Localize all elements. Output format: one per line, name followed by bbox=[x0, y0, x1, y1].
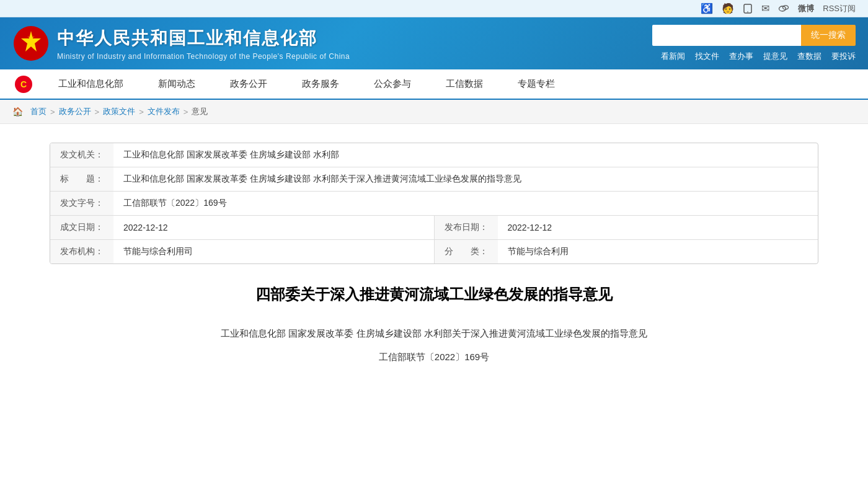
quick-link-查办事[interactable]: 查办事 bbox=[729, 51, 753, 62]
number-value: 工信部联节〔2022〕169号 bbox=[113, 192, 818, 215]
header-search-area: 统一搜索 看新闻找文件查办事提意见查数据要投诉 bbox=[652, 25, 856, 62]
doc-main-title: 四部委关于深入推进黄河流域工业绿色发展的指导意见 bbox=[50, 283, 818, 306]
logo-text: 中华人民共和国工业和信息化部 Ministry of Industry and … bbox=[57, 27, 350, 61]
nav-item-工信数据[interactable]: 工信数据 bbox=[428, 69, 500, 99]
quick-link-找文件[interactable]: 找文件 bbox=[695, 51, 719, 62]
nav-items: 工业和信息化部新闻动态政务公开政务服务公众参与工信数据专题专栏 bbox=[41, 69, 856, 99]
main-navbar: C 工业和信息化部新闻动态政务公开政务服务公众参与工信数据专题专栏 bbox=[0, 69, 868, 100]
breadcrumb-sep-2: > bbox=[95, 107, 100, 117]
mail-icon[interactable]: ✉ bbox=[761, 2, 769, 14]
issuer-value: 工业和信息化部 国家发展改革委 住房城乡建设部 水利部 bbox=[113, 143, 818, 167]
doc-info-row-publisher: 发布机构： 节能与综合利用司 分 类： 节能与综合利用 bbox=[50, 240, 818, 263]
publisher-value: 节能与综合利用司 bbox=[113, 240, 434, 263]
published-value: 2022-12-12 bbox=[498, 216, 818, 239]
rss-label[interactable]: RSS订阅 bbox=[823, 3, 856, 14]
doc-subtitle: 工业和信息化部 国家发展改革委 住房城乡建设部 水利部关于深入推进黄河流域工业绿… bbox=[50, 325, 818, 342]
category-label: 分 类： bbox=[435, 240, 498, 263]
nav-item-新闻动态[interactable]: 新闻动态 bbox=[141, 69, 213, 99]
breadcrumb-sep-4: > bbox=[184, 107, 188, 117]
doc-info-table: 发文机关： 工业和信息化部 国家发展改革委 住房城乡建设部 水利部 标 题： 工… bbox=[50, 143, 818, 264]
accessibility-icon[interactable]: ♿ bbox=[701, 2, 713, 14]
doc-info-row-issuer: 发文机关： 工业和信息化部 国家发展改革委 住房城乡建设部 水利部 bbox=[50, 143, 818, 167]
breadcrumb-sep-1: > bbox=[50, 107, 55, 117]
svg-point-1 bbox=[747, 11, 748, 12]
breadcrumb-link-1[interactable]: 政务公开 bbox=[59, 106, 91, 117]
nav-item-公众参与[interactable]: 公众参与 bbox=[356, 69, 428, 99]
site-sub-title: Ministry of Industry and Information Tec… bbox=[57, 52, 350, 61]
home-icon[interactable]: 🏠 bbox=[12, 107, 23, 117]
breadcrumb-current: 意见 bbox=[192, 106, 208, 117]
nav-item-政务公开[interactable]: 政务公开 bbox=[213, 69, 285, 99]
breadcrumb-link-2[interactable]: 政策文件 bbox=[103, 106, 135, 117]
doc-info-publisher: 发布机构： 节能与综合利用司 bbox=[50, 240, 434, 263]
quick-link-查数据[interactable]: 查数据 bbox=[797, 51, 822, 62]
site-main-title: 中华人民共和国工业和信息化部 bbox=[57, 27, 350, 50]
site-logo: 中华人民共和国工业和信息化部 Ministry of Industry and … bbox=[12, 25, 350, 62]
doc-info-row-number: 发文字号： 工信部联节〔2022〕169号 bbox=[50, 192, 818, 216]
breadcrumb-sep-3: > bbox=[139, 107, 144, 117]
breadcrumb-link-3[interactable]: 文件发布 bbox=[148, 106, 180, 117]
breadcrumb: 🏠 首页 > 政务公开 > 政策文件 > 文件发布 > 意见 bbox=[0, 100, 868, 124]
number-label: 发文字号： bbox=[50, 192, 113, 215]
top-utility-bar: ♿ 🧑 ✉ 微博 RSS订阅 bbox=[0, 0, 868, 17]
breadcrumb-home-link[interactable]: 首页 bbox=[30, 106, 46, 117]
doc-info-row-dates: 成文日期： 2022-12-12 发布日期： 2022-12-12 bbox=[50, 216, 818, 240]
wechat-icon[interactable] bbox=[778, 3, 789, 14]
main-content: 发文机关： 工业和信息化部 国家发展改革委 住房城乡建设部 水利部 标 题： 工… bbox=[0, 124, 868, 400]
search-input[interactable] bbox=[652, 25, 801, 46]
published-label: 发布日期： bbox=[435, 216, 498, 239]
emblem-icon bbox=[12, 25, 50, 62]
publisher-label: 发布机构： bbox=[50, 240, 113, 263]
created-label: 成文日期： bbox=[50, 216, 113, 239]
created-value: 2022-12-12 bbox=[113, 216, 434, 239]
doc-info-created: 成文日期： 2022-12-12 bbox=[50, 216, 434, 239]
quick-link-提意见[interactable]: 提意见 bbox=[763, 51, 787, 62]
tablet-icon[interactable] bbox=[743, 4, 753, 14]
doc-info-category: 分 类： 节能与综合利用 bbox=[435, 240, 818, 263]
quick-links: 看新闻找文件查办事提意见查数据要投诉 bbox=[661, 51, 856, 62]
title-label: 标 题： bbox=[50, 167, 113, 191]
title-value: 工业和信息化部 国家发展改革委 住房城乡建设部 水利部关于深入推进黄河流域工业绿… bbox=[113, 167, 818, 191]
nav-item-工业和信息化部[interactable]: 工业和信息化部 bbox=[41, 69, 141, 99]
doc-info-row-title: 标 题： 工业和信息化部 国家发展改革委 住房城乡建设部 水利部关于深入推进黄河… bbox=[50, 167, 818, 192]
doc-info-published: 发布日期： 2022-12-12 bbox=[435, 216, 818, 239]
weibo-icon[interactable]: 微博 bbox=[798, 3, 814, 14]
quick-link-看新闻[interactable]: 看新闻 bbox=[661, 51, 685, 62]
doc-number-display: 工信部联节〔2022〕169号 bbox=[50, 352, 818, 363]
nav-logo-icon: C bbox=[12, 73, 35, 95]
issuer-label: 发文机关： bbox=[50, 143, 113, 167]
nav-item-政务服务[interactable]: 政务服务 bbox=[285, 69, 356, 99]
search-button[interactable]: 统一搜索 bbox=[801, 25, 856, 46]
category-value: 节能与综合利用 bbox=[498, 240, 818, 263]
site-header: 中华人民共和国工业和信息化部 Ministry of Industry and … bbox=[0, 17, 868, 69]
svg-text:C: C bbox=[20, 79, 27, 89]
nav-item-专题专栏[interactable]: 专题专栏 bbox=[500, 69, 572, 99]
quick-link-要投诉[interactable]: 要投诉 bbox=[831, 51, 856, 62]
person-icon[interactable]: 🧑 bbox=[722, 2, 734, 14]
